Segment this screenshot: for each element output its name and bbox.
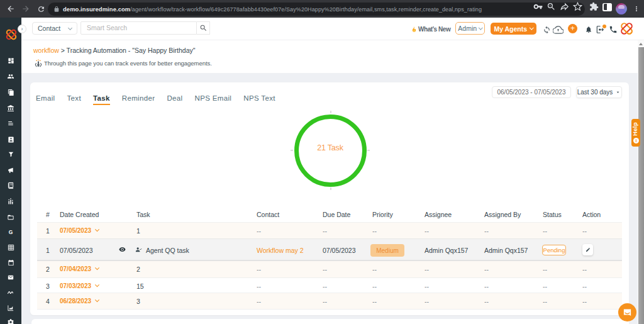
svg-text:G: G — [9, 229, 13, 235]
